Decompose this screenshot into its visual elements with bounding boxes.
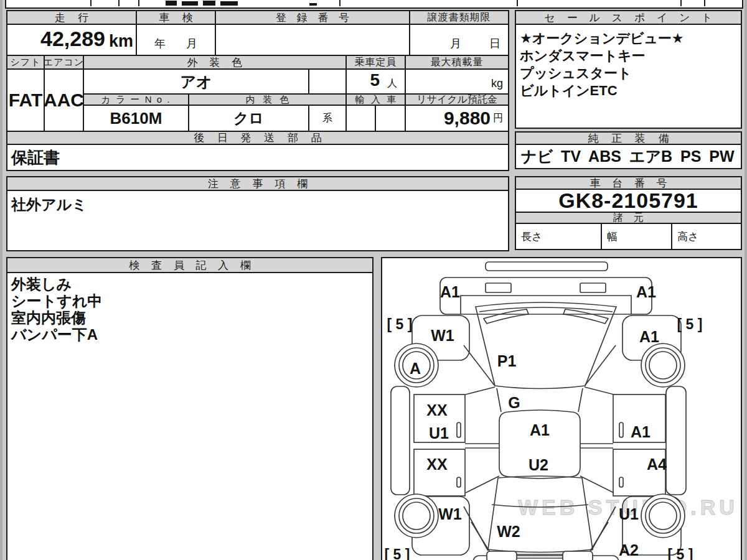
front-left-door-handle (457, 422, 461, 437)
shaken-value-cell: 年 月 (136, 24, 216, 56)
capacity-header: 乗車定員 (345, 55, 406, 70)
mark-corner-rear-left: [ 5 ] (385, 546, 410, 560)
capacity-value: 5 (370, 70, 380, 90)
capacity-value-cell: 5 人 (345, 68, 406, 95)
windshield-top-curve (479, 307, 613, 312)
later-parts-value: 保証書 (6, 144, 509, 171)
wiper-left (484, 309, 529, 324)
max-load-unit: kg (491, 77, 503, 90)
exterior-color-header: 外 装 色 (83, 55, 347, 70)
inspector-note-line: バンパー下A (11, 326, 98, 343)
max-load-header: 最大積載量 (405, 55, 509, 70)
transfer-docs-header: 譲渡書類期限 (409, 10, 509, 25)
interior-color-value: クロ (188, 105, 309, 132)
aircon-value: AAC (44, 68, 84, 132)
cutoff-cell-border (339, 0, 341, 6)
hood-vent-left (486, 283, 511, 292)
mileage-value-cell: 42,289 km (6, 24, 137, 56)
mark-windshield: P1 (497, 352, 517, 370)
cutoff-cell-border (118, 0, 120, 6)
front-right-wheel (641, 343, 685, 387)
mileage-value: 42,289 (40, 27, 105, 51)
mark-rear-window: W2 (497, 523, 520, 540)
mark-rear-right-door: A4 (647, 455, 667, 473)
equipment-header: 純 正 装 備 (515, 131, 742, 145)
mark-hood-left: A1 (440, 283, 460, 301)
exterior-color-empty-cell (308, 68, 347, 95)
mark-cowl: G (508, 394, 520, 411)
right-sill (666, 386, 686, 495)
transfer-docs-value-cell: 月 日 (409, 24, 509, 56)
cutoff-cell-border (680, 0, 682, 6)
cutoff-text-fragment (203, 1, 215, 6)
left-sill (391, 386, 410, 495)
sales-point-line: プッシュスタート (520, 65, 632, 82)
mark-rear-right-fender: U1 (619, 505, 639, 523)
sales-points-body: ★オークションデビュー★ ホンダスマートキー プッシュスタート ビルトインETC (515, 24, 742, 129)
mark-rear-right-corner: A2 (619, 541, 639, 559)
cautions-header: 注 意 事 項 欄 (6, 176, 509, 191)
interior-color-suffix: 系 (308, 105, 347, 132)
rear-right-door-handle (619, 477, 623, 487)
mileage-header: 走 行 (6, 10, 137, 25)
mark-rear-left-door: XX (426, 455, 448, 473)
inspector-notes-header: 検 査 員 記 入 欄 (6, 257, 374, 273)
sales-point-line: ホンダスマートキー (520, 47, 646, 65)
cutoff-cell-border (90, 0, 92, 6)
cutoff-cell-border (704, 0, 705, 6)
front-bumper (486, 262, 608, 271)
cutoff-text-fragment (166, 1, 177, 6)
recycle-deposit-value: 9,880 (444, 108, 491, 129)
inspector-note-line: 外装しみ (11, 276, 72, 292)
exterior-color-value: アオ (83, 68, 309, 95)
cutoff-cell-border (517, 0, 518, 6)
mark-front-left-wheel: A (410, 360, 421, 377)
mark-corner-rear-right: [ 5 ] (668, 546, 693, 560)
spec-width-cell: 幅 (601, 223, 672, 250)
capacity-unit: 人 (387, 77, 397, 90)
cautions-value: 社外アルミ (6, 190, 509, 251)
roof-link-left (466, 476, 499, 493)
shaken-header: 車 検 (136, 10, 216, 25)
sales-point-line: ★オークションデビュー★ (520, 30, 684, 47)
mark-hood-right: A1 (636, 283, 656, 301)
shift-value: FAT (6, 68, 45, 132)
car-diagram-svg: WEB STUDIO.RU (382, 258, 741, 560)
later-parts-header: 後 日 発 送 部 品 (6, 131, 509, 145)
mileage-unit: km (109, 32, 133, 51)
rear-bumper-stub-right (563, 551, 593, 560)
spec-length-cell: 長さ (515, 223, 602, 250)
recycle-deposit-header: リサイクル預託金 (405, 93, 509, 106)
mark-corner-front-left: [ 5 ] (387, 316, 413, 332)
shift-header: シフト (6, 55, 45, 70)
cutoff-text-fragment (309, 3, 317, 6)
recycle-deposit-unit: 円 (493, 112, 503, 125)
color-no-header: カ ラ ー N o . (83, 93, 189, 106)
roof-link-right (580, 476, 614, 493)
scan-edge-right (745, 0, 747, 560)
cutoff-text-fragment (182, 1, 198, 6)
inspector-note-line: シートすれ中 (11, 292, 102, 309)
mark-front-left-door-lower: U1 (429, 424, 449, 442)
cowl-link-left-2 (497, 388, 501, 412)
mark-rear-left-fender: W1 (438, 505, 462, 523)
rear-right-wheel (641, 494, 685, 538)
cowl-link-right-2 (578, 388, 583, 412)
rear-bumper-stub-left (487, 551, 517, 560)
hood-vent-right (580, 283, 606, 292)
car-damage-diagram: WEB STUDIO.RU (381, 257, 742, 560)
wiper-right (563, 309, 608, 324)
import-value-cell-1 (345, 105, 376, 132)
max-load-value-cell: kg (405, 68, 509, 95)
cowl-link-left (466, 387, 495, 394)
scan-edge-left (0, 0, 2, 560)
mark-front-right-door: A1 (631, 423, 651, 441)
mark-roof-rear: U2 (529, 456, 548, 474)
mark-front-right-fender: A1 (639, 328, 659, 345)
registration-value-cell (215, 24, 410, 56)
interior-color-header: 内 装 色 (188, 93, 347, 106)
mark-front-left-door-upper: XX (426, 401, 448, 419)
mark-roof: A1 (530, 421, 550, 439)
chassis-no-value: GK8-2105791 (515, 189, 742, 213)
cutoff-text-fragment (220, 1, 238, 6)
